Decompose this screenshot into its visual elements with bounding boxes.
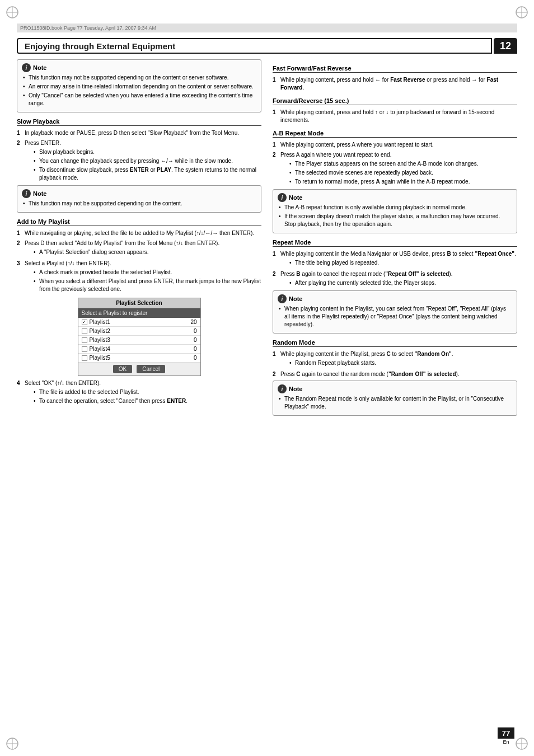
- playlist-item-1: ✓ Playlist1 20: [78, 318, 200, 327]
- playlist-step-1-text: While navigating or playing, select the …: [25, 229, 261, 237]
- playlist-step-3-text: Select a Playlist (↑/↓ then ENTER). A ch…: [25, 260, 261, 294]
- note-box-2: i Note This function may not be supporte…: [17, 185, 261, 213]
- corner-decoration-bl: [4, 736, 20, 752]
- playlist-item-2: Playlist2 0: [78, 327, 200, 336]
- note-title-2: Note: [33, 190, 46, 197]
- note2-bullet-1: This function may not be supported depen…: [23, 200, 256, 208]
- slow-step-2-bullets: Slow playback begins. You can change the…: [34, 148, 261, 182]
- left-column: i Note This function may not be supporte…: [17, 59, 261, 728]
- playlist-bullet-2: A "Playlist Selection" dialog screen app…: [34, 248, 261, 256]
- playlist-item-5: Playlist5 0: [78, 354, 200, 363]
- ab-step-2-text: Press A again where you want repeat to e…: [280, 151, 517, 187]
- note-body-4: When playing content in the Playlist, yo…: [278, 305, 512, 328]
- note1-bullet-3: Only "Cancel" can be selected when you h…: [23, 92, 256, 107]
- playlist-count-5: 0: [194, 355, 197, 361]
- note-title-4: Note: [289, 295, 302, 302]
- slow-step-1: 1 In playback mode or PAUSE, press D the…: [17, 129, 261, 137]
- note-body-3: The A-B repeat function is only availabl…: [278, 204, 512, 228]
- ff-step-1: 1 While playing content, press and hold …: [273, 76, 517, 92]
- playlist-name-3: Playlist3: [90, 337, 110, 343]
- fr-step-1-text: While playing content, press and hold ↑ …: [280, 109, 517, 124]
- note3-bullet-1: The A-B repeat function is only availabl…: [279, 204, 512, 212]
- repeat-bullet-1: The title being played is repeated.: [289, 259, 517, 267]
- playlist-step-2: 2 Press D then select "Add to My Playlis…: [17, 240, 261, 257]
- playlist-count-3: 0: [194, 337, 197, 343]
- note-title-5: Note: [289, 386, 302, 392]
- playlist-item-4: Playlist4 0: [78, 345, 200, 354]
- right-column: Fast Forward/Fast Reverse 1 While playin…: [273, 59, 517, 728]
- note-icon-4: i: [278, 294, 287, 303]
- note-body-2: This function may not be supported depen…: [22, 200, 256, 208]
- ab-step-2-bullets: The Player status appears on the screen …: [289, 160, 517, 186]
- forward-reverse-header: Forward/Reverse (15 sec.): [273, 97, 517, 105]
- slow-bullet-3: To discontinue slow playback, press ENTE…: [34, 166, 261, 182]
- playlist-step-2-text: Press D then select "Add to My Playlist"…: [25, 240, 261, 257]
- playlist-step-3-bullets: A check mark is provided beside the sele…: [34, 269, 261, 293]
- slow-step-1-text: In playback mode or PAUSE, press D then …: [25, 129, 261, 137]
- random-mode-header: Random Mode: [273, 339, 517, 347]
- repeat-bullet-2: After playing the currently selected tit…: [289, 279, 517, 287]
- random-step-2-text: Press C again to cancel the random mode …: [280, 370, 517, 378]
- playlist-name-4: Playlist4: [90, 346, 110, 352]
- dialog-title: Playlist Selection: [78, 298, 200, 308]
- note-icon-5: i: [278, 384, 287, 393]
- ab-step-2: 2 Press A again where you want repeat to…: [273, 151, 517, 187]
- playlist-bullet-4a: The file is added to the selected Playli…: [34, 388, 261, 396]
- random-step-2: 2 Press C again to cancel the random mod…: [273, 370, 517, 378]
- checkbox-2: [82, 328, 87, 334]
- page-number-area: 77 En: [498, 727, 514, 745]
- playlist-bullet-3a: A check mark is provided beside the sele…: [34, 269, 261, 276]
- ab-step-1-text: While playing content, press A where you…: [280, 141, 517, 149]
- playlist-step-4: 4 Select "OK" (↑/↓ then ENTER). The file…: [17, 379, 261, 406]
- note-icon-3: i: [278, 193, 287, 202]
- dialog-cancel-button[interactable]: Cancel: [137, 365, 165, 373]
- ab-bullet-2: The selected movie scenes are repeatedly…: [289, 169, 517, 177]
- note-title-3: Note: [289, 194, 302, 201]
- note-box-3: i Note The A-B repeat function is only a…: [273, 189, 517, 233]
- chapter-badge: 12: [494, 38, 517, 54]
- note-box-1: i Note This function may not be supporte…: [17, 59, 261, 112]
- repeat-step-2: 2 Press B again to cancel the repeat mod…: [273, 270, 517, 288]
- ab-bullet-1: The Player status appears on the screen …: [289, 160, 517, 168]
- note1-bullet-1: This function may not be supported depen…: [23, 74, 256, 82]
- fr-step-1: 1 While playing content, press and hold …: [273, 109, 517, 124]
- note-header-2: i Note: [22, 189, 256, 198]
- main-content: i Note This function may not be supporte…: [17, 59, 517, 728]
- file-info-bar: PRO11508ID.book Page 77 Tuesday, April 1…: [17, 24, 517, 32]
- dialog-subtitle: Select a Playlist to register: [78, 308, 200, 318]
- playlist-count-4: 0: [194, 346, 197, 352]
- note-box-5: i Note The Random Repeat mode is only av…: [273, 381, 517, 416]
- note3-bullet-2: If the screen display doesn't match the …: [279, 213, 512, 228]
- random-step-1-text: While playing content in the Playlist, p…: [280, 350, 517, 368]
- note-box-4: i Note When playing content in the Playl…: [273, 290, 517, 334]
- checkbox-3: [82, 337, 87, 343]
- playlist-name-5: Playlist5: [90, 355, 110, 361]
- random-step-1-bullets: Random Repeat playback starts.: [289, 359, 517, 367]
- slow-playback-header: Slow Playback: [17, 118, 261, 126]
- note-header-3: i Note: [278, 193, 512, 202]
- playlist-count-1: 20: [190, 319, 196, 325]
- note-body-5: The Random Repeat mode is only available…: [278, 395, 512, 411]
- random-step-1: 1 While playing content in the Playlist,…: [273, 350, 517, 368]
- playlist-step-2-bullets: A "Playlist Selection" dialog screen app…: [34, 248, 261, 256]
- dialog-footer: OK Cancel: [78, 363, 200, 375]
- playlist-item-3: Playlist3 0: [78, 336, 200, 345]
- slow-step-2-text: Press ENTER. Slow playback begins. You c…: [25, 139, 261, 183]
- note-icon-2: i: [22, 189, 31, 198]
- checkbox-1: ✓: [82, 320, 87, 325]
- note-header-5: i Note: [278, 384, 512, 393]
- random-bullet-1: Random Repeat playback starts.: [289, 359, 517, 367]
- ab-bullet-3: To return to normal mode, press A again …: [289, 178, 517, 186]
- playlist-step-1: 1 While navigating or playing, select th…: [17, 229, 261, 237]
- repeat-step-1-text: While playing content in the Media Navig…: [280, 250, 517, 268]
- note-body-1: This function may not be supported depen…: [22, 74, 256, 107]
- playlist-dialog: Playlist Selection Select a Playlist to …: [78, 298, 201, 376]
- corner-decoration-br: [514, 736, 530, 752]
- slow-bullet-1: Slow playback begins.: [34, 148, 261, 156]
- repeat-step-1-bullets: The title being played is repeated.: [289, 259, 517, 267]
- playlist-step-3: 3 Select a Playlist (↑/↓ then ENTER). A …: [17, 260, 261, 294]
- checkbox-5: [82, 355, 87, 361]
- dialog-ok-button[interactable]: OK: [113, 365, 132, 373]
- slow-bullet-2: You can change the playback speed by pre…: [34, 157, 261, 165]
- ff-step-1-text: While playing content, press and hold ← …: [280, 76, 517, 92]
